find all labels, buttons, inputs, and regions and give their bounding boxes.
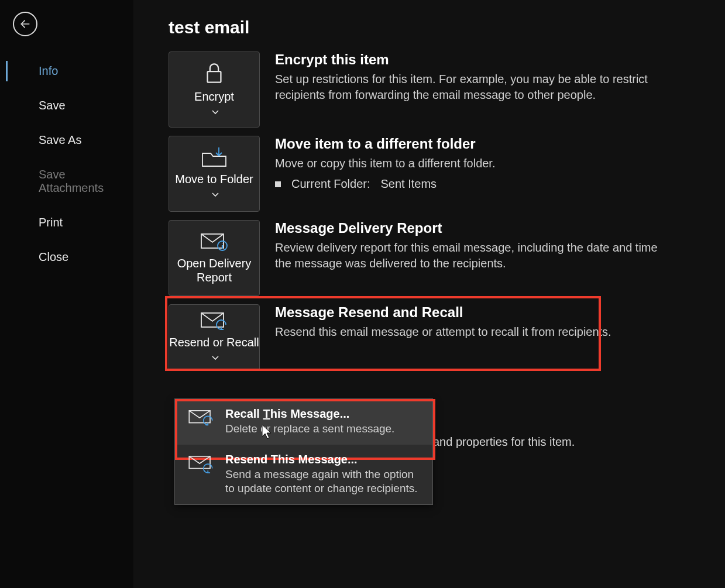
move-heading: Move item to a different folder bbox=[275, 136, 495, 152]
arrow-left-icon bbox=[19, 18, 31, 30]
section-delivery: Open Delivery Report Message Delivery Re… bbox=[169, 220, 702, 296]
backstage-sidebar: Info Save Save As Save Attachments Print… bbox=[0, 0, 133, 588]
encrypt-desc: Set up restrictions for this item. For e… bbox=[275, 71, 661, 103]
move-desc: Move or copy this item to a different fo… bbox=[275, 156, 495, 171]
nav-item-save[interactable]: Save bbox=[0, 88, 133, 123]
back-button[interactable] bbox=[13, 12, 37, 36]
recall-menu-desc: Delete or replace a sent message. bbox=[225, 422, 394, 436]
bullet-icon bbox=[275, 181, 281, 187]
chevron-down-icon bbox=[212, 356, 219, 360]
encrypt-tile-label: Encrypt bbox=[194, 90, 234, 103]
nav-item-save-as[interactable]: Save As bbox=[0, 123, 133, 157]
resend-desc: Resend this email message or attempt to … bbox=[275, 324, 611, 340]
chevron-down-icon bbox=[212, 110, 219, 115]
envelope-recall-icon bbox=[188, 410, 215, 428]
encrypt-tile[interactable]: Encrypt bbox=[169, 51, 260, 128]
delivery-heading: Message Delivery Report bbox=[275, 220, 661, 236]
svg-rect-1 bbox=[208, 71, 221, 82]
open-delivery-report-tile[interactable]: Open Delivery Report bbox=[169, 220, 260, 296]
nav-item-print[interactable]: Print bbox=[0, 205, 133, 240]
delivery-desc: Review delivery report for this email me… bbox=[275, 240, 661, 271]
delivery-tile-label: Open Delivery Report bbox=[169, 256, 259, 284]
section-encrypt: Encrypt Encrypt this item Set up restric… bbox=[169, 51, 702, 128]
lock-icon bbox=[204, 61, 225, 85]
resend-recall-menu: Recall This Message... Delete or replace… bbox=[174, 398, 433, 505]
nav-item-close[interactable]: Close bbox=[0, 240, 133, 274]
resend-menu-desc: Send a message again with the option to … bbox=[225, 467, 421, 496]
folder-arrow-icon bbox=[201, 147, 227, 167]
nav-item-info[interactable]: Info bbox=[0, 54, 133, 88]
recall-menu-title: Recall This Message... bbox=[225, 407, 394, 421]
nav-item-save-attachments: Save Attachments bbox=[0, 157, 133, 205]
menu-item-resend-this-message[interactable]: Resend This Message... Send a message ag… bbox=[175, 445, 432, 504]
resend-or-recall-tile[interactable]: Resend or Recall bbox=[169, 304, 260, 371]
encrypt-heading: Encrypt this item bbox=[275, 51, 661, 68]
move-tile-label: Move to Folder bbox=[175, 173, 253, 185]
envelope-resend-icon bbox=[188, 455, 215, 474]
resend-menu-title: Resend This Message... bbox=[225, 453, 421, 466]
section-resend-recall: Resend or Recall Message Resend and Reca… bbox=[169, 304, 702, 371]
move-to-folder-tile[interactable]: Move to Folder bbox=[169, 136, 260, 212]
menu-item-recall-this-message[interactable]: Recall This Message... Delete or replace… bbox=[175, 399, 432, 445]
chevron-down-icon bbox=[212, 192, 219, 197]
current-folder-value: Sent Items bbox=[381, 177, 437, 191]
current-folder-label: Current Folder: bbox=[291, 177, 370, 191]
section-move: Move to Folder Move item to a different … bbox=[169, 136, 702, 212]
properties-desc-fragment: and properties for this item. bbox=[433, 435, 575, 449]
envelope-info-icon bbox=[200, 232, 228, 252]
resend-heading: Message Resend and Recall bbox=[275, 304, 611, 321]
nav-list: Info Save Save As Save Attachments Print… bbox=[0, 54, 133, 274]
envelope-recall-icon bbox=[200, 312, 228, 331]
resend-tile-label: Resend or Recall bbox=[169, 336, 259, 349]
page-title: test email bbox=[169, 18, 702, 37]
